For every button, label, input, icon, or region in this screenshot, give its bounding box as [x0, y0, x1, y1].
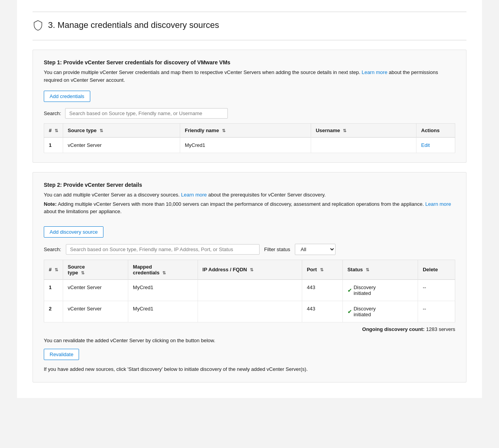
cell2-source-type: vCenter Server: [63, 301, 128, 322]
table-row: 1 vCenter Server MyCred1 Edit: [44, 138, 455, 153]
sort-icon2-ip: ⇅: [250, 267, 253, 272]
step1-desc: You can provide multiple vCenter Server …: [44, 69, 455, 84]
check-icon: ✔: [348, 287, 352, 293]
sort-icon-num: ⇅: [55, 128, 58, 133]
step2-search-label: Search:: [44, 246, 61, 252]
col2-num: # ⇅: [44, 260, 63, 279]
sort-icon2-port: ⇅: [320, 267, 323, 272]
cell2-status: ✔ Discoveryinitiated: [342, 279, 418, 301]
bottom-note: You can revalidate the added vCenter Ser…: [44, 338, 455, 343]
step1-learn-more-link[interactable]: Learn more: [361, 69, 387, 75]
cell-source-type: vCenter Server: [63, 138, 180, 153]
step1-search-row: Search:: [44, 108, 455, 119]
cell2-status: ✔ Discoveryinitiated: [342, 301, 418, 322]
ongoing-value: 1283 servers: [426, 326, 455, 332]
col2-port: Port ⇅: [302, 260, 342, 279]
cell2-port: 443: [302, 279, 342, 301]
col2-status: Status ⇅: [342, 260, 418, 279]
sort-icon2-source: ⇅: [81, 271, 84, 276]
step1-table: # ⇅ Source type ⇅ Friendly name ⇅ Userna…: [44, 123, 455, 153]
step2-search-input[interactable]: [66, 244, 260, 255]
ongoing-discovery-row: Ongoing discovery count: 1283 servers: [44, 326, 455, 332]
note-label: Note:: [44, 201, 57, 207]
col-num: # ⇅: [44, 124, 63, 138]
sort-icon2-creds: ⇅: [162, 271, 166, 276]
col2-delete: Delete: [418, 260, 455, 279]
step2-card: Step 2: Provide vCenter Server details Y…: [33, 172, 466, 383]
step2-note-learn-more[interactable]: Learn more: [425, 201, 451, 207]
step2-table-header: # ⇅ Sourcetype ⇅ Mappedcredentials ⇅ IP …: [44, 260, 455, 279]
table-row: 1 vCenter Server MyCred1 443 ✔ Discovery…: [44, 279, 455, 301]
status-text: Discoveryinitiated: [354, 306, 376, 317]
check-icon: ✔: [348, 308, 352, 315]
sort-icon2-status: ⇅: [366, 267, 369, 272]
step2-search-filter-row: Search: Filter status All Initiated Comp…: [44, 244, 455, 255]
cell-actions: Edit: [416, 138, 455, 153]
step1-title: Step 1: Provide vCenter Server credentia…: [44, 59, 455, 65]
page-title: 3. Manage credentials and discovery sour…: [48, 20, 219, 30]
step1-card: Step 1: Provide vCenter Server credentia…: [33, 50, 466, 163]
step2-note: Note: Adding multiple vCenter Servers wi…: [44, 200, 455, 215]
step1-table-header: # ⇅ Source type ⇅ Friendly name ⇅ Userna…: [44, 124, 455, 138]
cell2-mapped-creds: MyCred1: [128, 301, 198, 322]
sort-icon-username: ⇅: [343, 128, 346, 133]
cell2-num: 1: [44, 279, 63, 301]
table-row: 2 vCenter Server MyCred1 443 ✔ Discovery…: [44, 301, 455, 322]
col-source-type: Source type ⇅: [63, 124, 180, 138]
sort-icon-source: ⇅: [100, 128, 103, 133]
add-credentials-button[interactable]: Add credentials: [44, 91, 90, 102]
shield-icon: [33, 20, 43, 31]
filter-status-select[interactable]: All Initiated Completed Failed: [295, 244, 336, 255]
step2-title: Step 2: Provide vCenter Server details: [44, 182, 455, 188]
sort-icon2-num: ⇅: [55, 267, 58, 272]
cell2-delete: --: [418, 301, 455, 322]
status-badge: ✔ Discoveryinitiated: [348, 306, 413, 317]
step1-search-input[interactable]: [65, 108, 228, 119]
step1-search-label: Search:: [44, 110, 61, 116]
col-username: Username ⇅: [311, 124, 416, 138]
revalidate-button[interactable]: Revalidate: [44, 349, 79, 360]
cell2-source-type: vCenter Server: [63, 279, 128, 301]
cell2-ip: [198, 301, 302, 322]
cell2-port: 443: [302, 301, 342, 322]
col-friendly-name: Friendly name ⇅: [180, 124, 311, 138]
cell2-ip: [198, 279, 302, 301]
col2-ip: IP Address / FQDN ⇅: [198, 260, 302, 279]
sort-icon-friendly: ⇅: [222, 128, 225, 133]
final-note: If you have added new sources, click 'St…: [44, 365, 455, 373]
cell2-delete: --: [418, 279, 455, 301]
ongoing-label: Ongoing discovery count:: [362, 326, 425, 332]
cell-num: 1: [44, 138, 63, 153]
col2-mapped-creds: Mappedcredentials ⇅: [128, 260, 198, 279]
page-header: 3. Manage credentials and discovery sour…: [33, 20, 466, 31]
cell-username: [311, 138, 416, 153]
cell-friendly-name: MyCred1: [180, 138, 311, 153]
filter-status-label: Filter status: [264, 246, 290, 252]
col-actions: Actions: [416, 124, 455, 138]
edit-link[interactable]: Edit: [421, 142, 430, 148]
add-discovery-source-button[interactable]: Add discovery source: [44, 226, 103, 238]
step2-desc: You can add multiple vCenter Server as a…: [44, 191, 455, 199]
step2-learn-more-link[interactable]: Learn more: [181, 192, 206, 198]
cell2-mapped-creds: MyCred1: [128, 279, 198, 301]
step2-table: # ⇅ Sourcetype ⇅ Mappedcredentials ⇅ IP …: [44, 260, 455, 322]
col2-source-type: Sourcetype ⇅: [63, 260, 128, 279]
cell2-num: 2: [44, 301, 63, 322]
status-badge: ✔ Discoveryinitiated: [348, 284, 413, 296]
status-text: Discoveryinitiated: [354, 284, 376, 296]
